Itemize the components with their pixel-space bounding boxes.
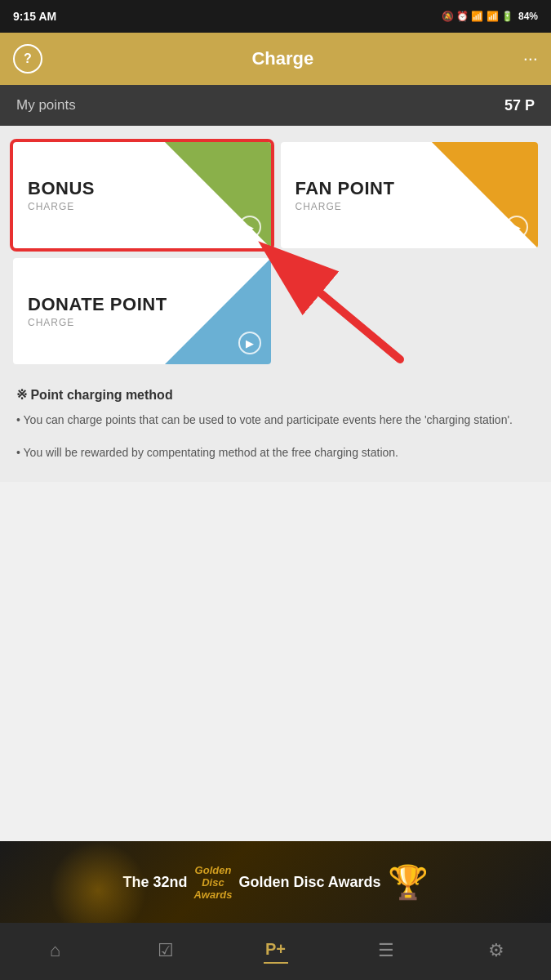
home-icon: ⌂ bbox=[50, 940, 60, 961]
banner-brand-name: GoldenDiscAwards bbox=[193, 864, 232, 901]
fanpoint-arrow-icon: ▶ bbox=[505, 216, 528, 238]
header-title: Charge bbox=[251, 48, 313, 69]
my-points-label: My points bbox=[16, 97, 76, 114]
banner-brand: GoldenDiscAwards bbox=[193, 864, 232, 901]
fanpoint-card-subtitle: CHARGE bbox=[295, 201, 395, 212]
banner[interactable]: The 32nd GoldenDiscAwards Golden Disc Aw… bbox=[0, 841, 551, 923]
my-points-value: 57 P bbox=[504, 97, 535, 114]
status-icons: 🔕 ⏰ 📶 📶 🔋 84% bbox=[442, 11, 538, 22]
fanpoint-card-text: FAN POINT CHARGE bbox=[295, 178, 395, 212]
banner-trophy-icon: 🏆 bbox=[388, 863, 429, 902]
settings-icon: ⚙ bbox=[488, 940, 504, 961]
bonus-card-text: BONUS CHARGE bbox=[28, 178, 95, 212]
fanpoint-card-title: FAN POINT bbox=[295, 178, 395, 199]
donatepoint-arrow-icon: ▶ bbox=[238, 332, 261, 354]
donatepoint-card-subtitle: CHARGE bbox=[28, 317, 167, 328]
empty-card-slot bbox=[281, 258, 539, 364]
donatepoint-card-title: DONATE POINT bbox=[28, 294, 167, 315]
checklist-icon: ☑ bbox=[158, 940, 174, 961]
nav-settings[interactable]: ⚙ bbox=[441, 923, 551, 980]
main-content: BONUS CHARGE ▶ FAN POINT CHARGE ▶ DONATE… bbox=[0, 126, 551, 482]
chat-icon: ··· bbox=[523, 48, 538, 69]
banner-content: The 32nd GoldenDiscAwards Golden Disc Aw… bbox=[122, 863, 428, 902]
nav-points[interactable]: P+ bbox=[220, 923, 331, 980]
banner-glow bbox=[49, 841, 147, 923]
bonus-card[interactable]: BONUS CHARGE ▶ bbox=[13, 142, 271, 248]
bonus-card-title: BONUS bbox=[28, 178, 95, 199]
nav-checklist[interactable]: ☑ bbox=[110, 923, 220, 980]
fanpoint-card[interactable]: FAN POINT CHARGE ▶ bbox=[281, 142, 539, 248]
nav-active-indicator bbox=[264, 962, 288, 964]
donatepoint-card-text: DONATE POINT CHARGE bbox=[28, 294, 167, 328]
nav-home[interactable]: ⌂ bbox=[0, 923, 110, 980]
cards-row-1: BONUS CHARGE ▶ FAN POINT CHARGE ▶ bbox=[13, 142, 538, 248]
bonus-card-subtitle: CHARGE bbox=[28, 201, 95, 212]
battery-percent: 84% bbox=[518, 11, 538, 22]
my-points-bar: My points 57 P bbox=[0, 85, 551, 126]
status-bar: 9:15 AM 🔕 ⏰ 📶 📶 🔋 84% bbox=[0, 0, 551, 33]
info-title: ※ Point charging method bbox=[16, 387, 535, 403]
help-button[interactable]: ? bbox=[13, 44, 42, 74]
info-text-1: • You can charge points that can be used… bbox=[16, 411, 535, 429]
chat-button[interactable]: ··· bbox=[523, 48, 538, 69]
info-text-2: • You will be rewarded by compentating m… bbox=[16, 443, 535, 461]
bottom-nav: ⌂ ☑ P+ ☰ ⚙ bbox=[0, 923, 551, 980]
menu-icon: ☰ bbox=[378, 940, 394, 961]
info-section: ※ Point charging method • You can charge… bbox=[13, 384, 538, 466]
help-icon: ? bbox=[24, 51, 32, 66]
nav-menu[interactable]: ☰ bbox=[331, 923, 441, 980]
cards-row-2: DONATE POINT CHARGE ▶ bbox=[13, 258, 538, 364]
donatepoint-card[interactable]: DONATE POINT CHARGE ▶ bbox=[13, 258, 271, 364]
points-icon: P+ bbox=[265, 940, 286, 959]
header: ? Charge ··· bbox=[0, 33, 551, 85]
bonus-arrow-icon: ▶ bbox=[238, 216, 261, 238]
status-icons-text: 🔕 ⏰ 📶 📶 🔋 bbox=[442, 11, 513, 22]
status-time: 9:15 AM bbox=[13, 10, 56, 23]
banner-suffix: Golden Disc Awards bbox=[238, 874, 380, 891]
